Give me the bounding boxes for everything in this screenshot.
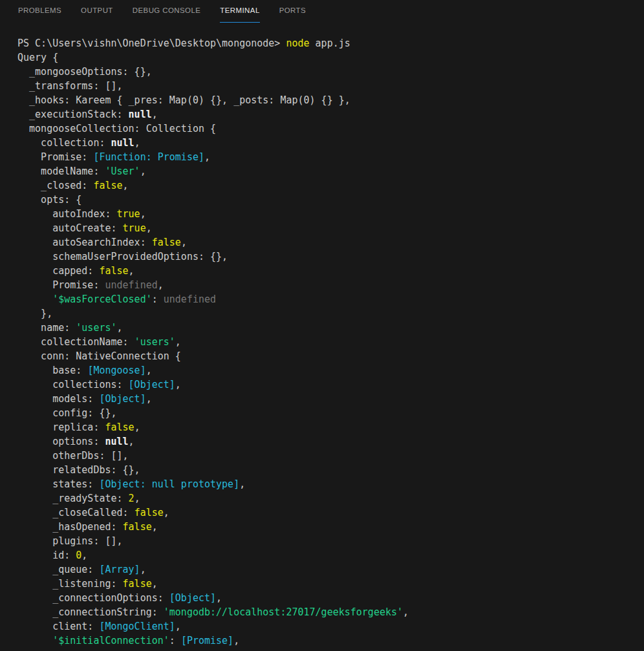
terminal-text-segment: _hooks: Kareem { _pres: Map(0) {}, _post… [17, 94, 350, 106]
terminal-line: opts: { [17, 193, 644, 207]
terminal-text-segment: , [140, 208, 146, 220]
terminal-line: config: {}, [17, 406, 644, 420]
terminal-text-segment: , [140, 564, 146, 575]
terminal-text-segment: config: {}, [17, 407, 117, 419]
terminal-text-segment: [Object] [129, 379, 175, 390]
terminal-text-segment: '$initialConnection' [52, 635, 169, 646]
terminal-line: _closed: false, [17, 178, 644, 193]
terminal-line: collectionName: 'users', [17, 335, 644, 349]
terminal-text-segment: models: [17, 393, 99, 405]
terminal-text-segment: opts: { [17, 194, 81, 206]
terminal-text-segment: [Promise] [181, 635, 233, 646]
terminal-line: client: [MongoClient], [17, 619, 644, 634]
terminal-text-segment: '$wasForceClosed' [52, 293, 152, 305]
terminal-line: _connectionString: 'mongodb://localhost:… [17, 605, 644, 619]
terminal-text-segment: autoCreate: [17, 222, 123, 234]
terminal-line: models: [Object], [17, 392, 644, 406]
terminal-text-segment: _listening: [17, 578, 123, 590]
terminal-line: PS C:\Users\vishn\OneDrive\Desktop\mongo… [17, 36, 644, 50]
terminal-text-segment: , [239, 478, 245, 490]
terminal-text-segment: 'mongodb://localhost:27017/geeksforgeeks… [164, 606, 403, 618]
terminal-text-segment: true [123, 222, 146, 234]
terminal-text-segment: false [123, 521, 152, 533]
terminal-text-segment: [Function: Promise] [93, 151, 204, 163]
terminal-text-segment: conn: NativeConnection { [17, 350, 181, 362]
terminal-text-segment: 'users' [134, 336, 175, 348]
panel-tab-bar: PROBLEMS OUTPUT DEBUG CONSOLE TERMINAL P… [0, 0, 644, 23]
terminal-text-segment: , [134, 493, 140, 504]
terminal-text-segment: Promise: [17, 279, 105, 291]
terminal-text-segment: , [134, 137, 140, 149]
terminal-text-segment: false [93, 180, 122, 191]
terminal-text-segment: false [134, 507, 164, 518]
terminal-line: _mongooseOptions: {}, [17, 65, 644, 79]
terminal-text-segment: [Array] [99, 564, 140, 575]
terminal-text-segment: , [146, 365, 152, 376]
terminal-line: }, [17, 306, 644, 321]
terminal-text-segment: undefined [164, 293, 216, 305]
terminal-text-segment: [Object: null prototype] [99, 478, 239, 490]
terminal-line: base: [Mongoose], [17, 363, 644, 378]
terminal-text-segment: , [152, 109, 158, 120]
terminal-line: _connectionOptions: [Object], [17, 591, 644, 605]
terminal-text-segment: [MongoClient] [99, 621, 175, 632]
terminal-text-segment: client: [17, 621, 99, 632]
terminal-line: _hooks: Kareem { _pres: Map(0) {}, _post… [17, 93, 644, 107]
terminal-text-segment [17, 635, 52, 646]
terminal-line: capped: false, [17, 264, 644, 278]
terminal-text-segment: : [169, 635, 181, 646]
terminal-line: Promise: undefined, [17, 278, 644, 292]
terminal-text-segment: false [99, 265, 128, 277]
panel-tab-problems[interactable]: PROBLEMS [18, 0, 61, 23]
terminal-text-segment: replica: [17, 422, 105, 433]
panel-tab-terminal[interactable]: TERMINAL [220, 0, 259, 23]
terminal-line: options: null, [17, 434, 644, 449]
terminal-text-segment: _transforms: [], [17, 80, 123, 92]
terminal-text-segment: , [146, 393, 152, 405]
panel-tab-output[interactable]: OUTPUT [81, 0, 113, 23]
terminal-text-segment: , [129, 436, 134, 447]
terminal-text-segment: relatedDbs: {}, [17, 464, 140, 476]
terminal-text-segment: mongooseCollection: Collection { [17, 123, 216, 134]
terminal-text-segment: false [123, 578, 152, 590]
terminal-text-segment: _executionStack: [17, 109, 129, 120]
terminal-text-segment: null [129, 109, 152, 120]
terminal-text-segment: PS C:\Users\vishn\OneDrive\Desktop\mongo… [17, 37, 286, 49]
terminal-line: autoSearchIndex: false, [17, 235, 644, 250]
terminal-text-segment: , [175, 621, 181, 632]
terminal-text-segment: , [123, 180, 129, 191]
panel-tab-ports[interactable]: PORTS [279, 0, 306, 23]
terminal-text-segment: 'users' [76, 322, 116, 334]
panel-tab-debug-console[interactable]: DEBUG CONSOLE [133, 0, 201, 23]
terminal-text-segment: plugins: [], [17, 535, 123, 547]
terminal-text-segment: : [152, 293, 164, 305]
terminal-line: name: 'users', [17, 321, 644, 335]
terminal-text-segment: false [105, 422, 134, 433]
terminal-text-segment: null [105, 436, 128, 447]
terminal-line: modelName: 'User', [17, 164, 644, 178]
terminal-text-segment: [Object] [99, 393, 145, 405]
terminal-text-segment: undefined [105, 279, 157, 291]
terminal-line: id: 0, [17, 548, 644, 562]
terminal-text-segment: false [152, 237, 181, 248]
terminal-text-segment: schemaUserProvidedOptions: {}, [17, 251, 228, 262]
terminal-text-segment: , [152, 578, 158, 590]
terminal-line: autoCreate: true, [17, 221, 644, 235]
terminal-text-segment: , [146, 222, 152, 234]
terminal-text-segment: autoSearchIndex: [17, 237, 152, 248]
terminal-line: _listening: false, [17, 577, 644, 591]
terminal-text-segment: app.js [310, 37, 350, 49]
terminal-text-segment: _closeCalled: [17, 507, 134, 518]
terminal-text-segment: collectionName: [17, 336, 134, 348]
terminal-text-segment: base: [17, 365, 87, 376]
terminal-text-segment: collection: [17, 137, 111, 149]
terminal-text-segment: null [111, 137, 134, 149]
terminal-text-segment: , [158, 279, 164, 291]
terminal-text-segment: name: [17, 322, 76, 334]
terminal-text-segment: _mongooseOptions: {}, [17, 66, 152, 78]
terminal-text-segment: Promise: [17, 151, 93, 163]
terminal-text-segment: , [134, 422, 140, 433]
terminal-line: mongooseCollection: Collection { [17, 122, 644, 136]
terminal-output[interactable]: PS C:\Users\vishn\OneDrive\Desktop\mongo… [0, 23, 644, 651]
terminal-text-segment: states: [17, 478, 99, 490]
